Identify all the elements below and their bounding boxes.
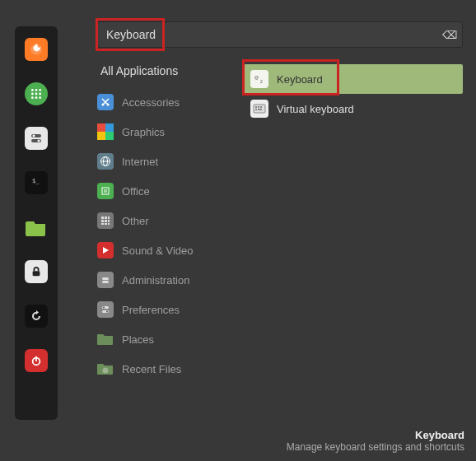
svg-rect-23 (105, 132, 114, 140)
graphics-icon (97, 123, 114, 140)
svg-rect-36 (101, 223, 104, 225)
category-list: Accessories Graphics Internet Office Oth… (97, 94, 229, 377)
dock-panel: $_ (15, 26, 58, 420)
svg-point-2 (35, 89, 38, 91)
category-label: Sound & Video (122, 244, 194, 257)
category-office[interactable]: Office (97, 183, 229, 199)
svg-point-3 (39, 89, 41, 91)
firefox-icon[interactable] (25, 38, 48, 61)
lock-icon[interactable] (25, 260, 48, 283)
scissors-icon (97, 94, 114, 110)
svg-rect-21 (105, 123, 114, 132)
svg-rect-51 (260, 106, 262, 108)
svg-rect-22 (97, 132, 105, 140)
svg-rect-31 (105, 217, 107, 219)
apps-grid-icon[interactable] (25, 82, 48, 105)
backspace-icon: ⌫ (442, 29, 457, 41)
search-bar: ⌫ (97, 21, 463, 48)
category-recent-files[interactable]: Recent Files (97, 361, 229, 377)
svg-point-5 (35, 93, 38, 95)
result-label: Virtual keyboard (277, 103, 354, 115)
footer-title: Keyboard (287, 429, 464, 441)
folder-icon (97, 331, 114, 347)
category-label: Internet (122, 156, 158, 168)
preferences-icon (97, 301, 114, 318)
svg-point-42 (103, 307, 105, 309)
categories-column: All Applications Accessories Graphics In… (97, 64, 229, 377)
svg-rect-37 (105, 223, 107, 225)
svg-rect-50 (258, 106, 259, 108)
svg-rect-27 (102, 188, 109, 194)
globe-icon (97, 153, 114, 170)
category-sound-video[interactable]: Sound & Video (97, 242, 229, 258)
result-virtual-keyboard[interactable]: Virtual keyboard (244, 94, 463, 123)
svg-point-11 (33, 135, 35, 137)
svg-rect-39 (102, 277, 109, 280)
footer-description: Manage keyboard settings and shortcuts (287, 441, 464, 453)
power-icon[interactable] (25, 349, 48, 372)
svg-point-8 (35, 96, 38, 99)
svg-rect-38 (108, 223, 110, 225)
svg-point-44 (106, 311, 108, 313)
category-label: Places (122, 333, 154, 346)
svg-rect-32 (108, 217, 110, 219)
results-column: @2 Keyboard Virtual keyboard (244, 64, 463, 123)
recent-folder-icon (97, 361, 114, 377)
play-icon (97, 242, 114, 258)
svg-rect-53 (258, 109, 262, 110)
restart-icon[interactable] (25, 305, 48, 328)
terminal-icon[interactable]: $_ (25, 171, 48, 194)
svg-point-7 (31, 96, 34, 99)
svg-point-18 (102, 104, 105, 106)
svg-point-4 (31, 93, 34, 95)
grid-icon (97, 212, 114, 229)
category-label: Office (122, 185, 150, 198)
category-administration[interactable]: Administration (97, 272, 229, 288)
category-label: Accessories (122, 96, 180, 109)
svg-rect-34 (105, 220, 107, 222)
files-icon[interactable] (25, 216, 48, 239)
result-label: Keyboard (277, 73, 323, 86)
svg-text:@: @ (254, 75, 259, 80)
category-label: Recent Files (122, 363, 181, 375)
svg-point-9 (39, 96, 41, 99)
svg-rect-40 (102, 281, 109, 283)
category-label: Preferences (122, 304, 180, 316)
svg-point-6 (39, 93, 41, 95)
admin-icon (97, 272, 114, 288)
category-places[interactable]: Places (97, 331, 229, 347)
category-label: Other (122, 215, 149, 227)
result-keyboard[interactable]: @2 Keyboard (244, 64, 463, 94)
svg-point-13 (38, 140, 40, 142)
category-preferences[interactable]: Preferences (97, 301, 229, 318)
category-internet[interactable]: Internet (97, 153, 229, 170)
category-other[interactable]: Other (97, 212, 229, 229)
svg-rect-49 (255, 106, 257, 108)
office-icon (97, 183, 114, 199)
svg-rect-33 (101, 220, 104, 222)
svg-rect-20 (97, 123, 105, 132)
category-label: Administration (122, 274, 189, 286)
svg-text:$_: $_ (32, 178, 40, 184)
svg-point-19 (107, 104, 110, 106)
svg-rect-52 (255, 109, 257, 110)
clear-search-button[interactable]: ⌫ (441, 26, 458, 43)
svg-rect-15 (33, 271, 40, 276)
category-graphics[interactable]: Graphics (97, 123, 229, 140)
svg-rect-35 (108, 220, 110, 222)
settings-toggles-icon[interactable] (25, 127, 48, 150)
category-label: Graphics (122, 126, 165, 138)
footer-info: Keyboard Manage keyboard settings and sh… (287, 429, 464, 453)
svg-text:2: 2 (260, 79, 263, 84)
virtual-keyboard-icon (250, 100, 268, 118)
svg-point-45 (103, 368, 109, 374)
category-accessories[interactable]: Accessories (97, 94, 229, 110)
search-input[interactable] (97, 21, 463, 48)
svg-point-1 (31, 89, 34, 91)
svg-rect-30 (101, 217, 104, 219)
keyboard-icon: @2 (250, 70, 268, 88)
all-applications-heading[interactable]: All Applications (97, 64, 229, 77)
